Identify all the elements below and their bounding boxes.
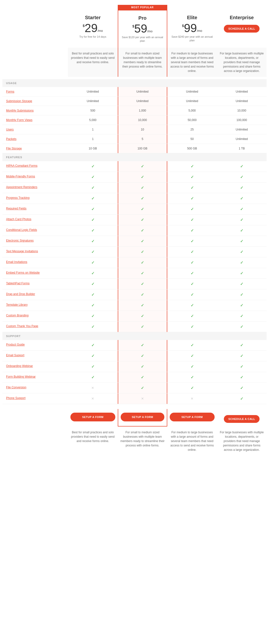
enterprise-header: Enterprise SCHEDULE A CALL: [217, 10, 267, 48]
elite-header: Elite $ 99 /mo Save $240 per year with a…: [167, 10, 217, 48]
elite-setup-btn[interactable]: SETUP A FORM: [170, 413, 215, 422]
features-row-label-3[interactable]: Progress Tracking: [2, 193, 68, 204]
check-icon: ✓: [240, 260, 243, 265]
support-starter-cell-1: ✓: [68, 351, 118, 361]
support-row-label-4[interactable]: File Conversion: [2, 383, 68, 393]
features-row-label-10[interactable]: Embed Forms on Website: [2, 268, 68, 278]
check-icon: ✓: [141, 207, 144, 212]
features-row-label-1[interactable]: Mobile-Friendly Forms: [2, 172, 68, 182]
usage-row-label-2[interactable]: Monthly Submissions: [2, 106, 68, 115]
features-row-13: Template Library✓✓✓✓: [2, 300, 267, 311]
features-row-label-12[interactable]: Drag and Drop Builder: [2, 290, 68, 300]
support-rows: Product Guide✓✓✓✓Email Support✓✓✓✓Onboar…: [2, 340, 267, 404]
usage-starter-cell-5: 1: [68, 134, 118, 144]
check-icon: ✓: [91, 207, 94, 212]
features-row-label-14[interactable]: Custom Branding: [2, 311, 68, 321]
elite-desc: For medium to large businesses with a la…: [167, 48, 217, 77]
features-pro-cell-5: ✓: [118, 214, 168, 225]
check-icon: ✓: [141, 239, 144, 244]
features-row-label-6[interactable]: Conditional Logic Fields: [2, 225, 68, 236]
features-row-label-5[interactable]: Attach Card Photos: [2, 214, 68, 225]
check-icon: ✓: [240, 292, 243, 297]
cross-icon: ✕: [91, 396, 94, 400]
usage-row-label-5[interactable]: Packets: [2, 134, 68, 144]
check-icon: ✓: [91, 375, 94, 380]
pro-desc: For small to medium sized businesses wit…: [118, 48, 168, 77]
usage-row-label-4[interactable]: Users: [2, 125, 68, 134]
empty-header: [2, 5, 68, 10]
usage-row-label-0[interactable]: Forms: [2, 87, 68, 96]
features-pro-cell-9: ✓: [118, 257, 168, 268]
check-icon: ✓: [191, 386, 194, 390]
check-icon: ✓: [141, 292, 144, 297]
usage-elite-cell-3: 50,000: [167, 116, 217, 125]
check-icon: ✓: [240, 386, 243, 390]
features-row-label-2[interactable]: Appointment Reminders: [2, 182, 68, 193]
features-row-label-0[interactable]: HIPAA Compliant Forms: [2, 161, 68, 172]
check-icon: ✓: [240, 207, 243, 212]
support-elite-cell-0: ✓: [167, 340, 217, 350]
check-icon: ✓: [91, 364, 94, 369]
support-row-label-0[interactable]: Product Guide: [2, 340, 68, 350]
support-pro-cell-0: ✓: [118, 340, 168, 350]
features-row-label-9[interactable]: Email Invitations: [2, 257, 68, 268]
usage-starter-cell-3: 5,000: [68, 116, 118, 125]
usage-row-label-1[interactable]: Submission Storage: [2, 96, 68, 106]
features-enterprise-cell-10: ✓: [217, 268, 267, 278]
features-enterprise-cell-5: ✓: [217, 214, 267, 225]
features-row-label-8[interactable]: Text Message Invitations: [2, 247, 68, 257]
check-icon: ✓: [240, 324, 243, 329]
features-row-label-4[interactable]: Required Fields: [2, 204, 68, 214]
check-icon: ✓: [91, 354, 94, 358]
check-icon: ✓: [240, 250, 243, 254]
usage-row-label-6[interactable]: File Storage: [2, 144, 68, 153]
starter-bottom-desc: Best for small practices and solo provid…: [68, 426, 118, 456]
elite-name: Elite: [170, 15, 215, 20]
enterprise-schedule-btn-bottom[interactable]: SCHEDULE A CALL: [224, 415, 260, 423]
features-enterprise-cell-11: ✓: [217, 279, 267, 289]
enterprise-schedule-btn-top[interactable]: SCHEDULE A CALL: [224, 25, 260, 32]
usage-pro-cell-6: 100 GB: [118, 144, 168, 153]
pro-setup-btn[interactable]: SETUP A FORM: [121, 413, 165, 422]
support-row-label-5[interactable]: Phone Support: [2, 394, 68, 404]
features-row-label-15[interactable]: Custom Thank You Page: [2, 322, 68, 332]
features-row-label-13[interactable]: Template Library: [2, 300, 68, 310]
features-row-4: Required Fields✓✓✓✓: [2, 204, 267, 214]
check-icon: ✓: [240, 271, 243, 276]
usage-row-label-3[interactable]: Monthly Form Views: [2, 116, 68, 125]
support-enterprise-cell-0: ✓: [217, 340, 267, 350]
usage-section-header: USAGE: [2, 79, 267, 87]
features-starter-cell-6: ✓: [68, 225, 118, 236]
check-icon: ✓: [141, 260, 144, 265]
features-enterprise-cell-0: ✓: [217, 161, 267, 172]
enterprise-bottom-desc: For large businesses with multiple locat…: [217, 426, 267, 456]
plans-header-row: Starter $ 29 /mo Try for free for 14 day…: [2, 10, 267, 48]
support-row-label-1[interactable]: Email Support: [2, 351, 68, 361]
starter-desc: Best for small practices and solo provid…: [68, 48, 118, 77]
elite-btn-cell: SETUP A FORM: [167, 409, 217, 426]
features-row-label-7[interactable]: Electronic Signatures: [2, 236, 68, 246]
support-row-label-3[interactable]: Form Building Webinar: [2, 372, 68, 382]
usage-pro-cell-0: Unlimited: [118, 87, 168, 96]
support-row-0: Product Guide✓✓✓✓: [2, 340, 267, 351]
usage-enterprise-cell-4: Unlimited: [217, 125, 267, 134]
usage-row-0: FormsUnlimitedUnlimitedUnlimitedUnlimite…: [2, 87, 267, 96]
description-row: Best for small practices and solo provid…: [2, 48, 267, 77]
features-row-label-11[interactable]: Tablet/iPad Forms: [2, 279, 68, 289]
features-label: FEATURES: [2, 153, 267, 161]
support-enterprise-cell-4: ✓: [217, 383, 267, 393]
features-pro-cell-15: ✓: [118, 322, 168, 332]
check-icon: ✓: [240, 314, 243, 318]
check-icon: ✓: [91, 164, 94, 169]
usage-rows: FormsUnlimitedUnlimitedUnlimitedUnlimite…: [2, 87, 267, 153]
starter-setup-btn[interactable]: SETUP A FORM: [70, 413, 115, 422]
elite-price-sub: Save $240 per year with an annual plan: [170, 35, 215, 42]
support-pro-cell-3: ✓: [118, 372, 168, 382]
header-row: MOST POPULAR: [2, 5, 267, 10]
starter-period: /mo: [98, 29, 103, 32]
check-icon: ✓: [141, 218, 144, 222]
usage-enterprise-cell-0: Unlimited: [217, 87, 267, 96]
support-elite-cell-2: ✓: [167, 361, 217, 372]
support-row-label-2[interactable]: Onboarding Webinar: [2, 361, 68, 372]
pro-name: Pro: [121, 15, 165, 21]
